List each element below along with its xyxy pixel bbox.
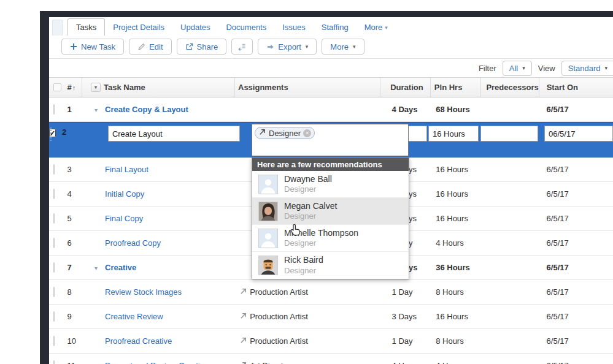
tab-documents[interactable]: Documents — [218, 19, 274, 36]
recommendation-michelle-thompson[interactable]: Michelle ThompsonDesigner — [252, 225, 409, 252]
assignment-role[interactable]: Production Artist — [239, 287, 382, 297]
assign-button[interactable] — [231, 39, 253, 55]
pln-hrs-value: 36 Hours — [436, 263, 470, 272]
start-on-value: 6/5/17 — [547, 238, 569, 248]
tab-staffing[interactable]: Staffing — [314, 19, 357, 36]
start-on-cell: 6/5/17 — [539, 189, 613, 199]
header-number[interactable]: # ↑ — [63, 78, 82, 97]
task-name-cell: Present and Review Creative — [82, 361, 236, 364]
filter-bar: Filter All ▾ View Standard ▾ — [49, 59, 613, 77]
tab-stub — [52, 20, 63, 36]
more-button[interactable]: More▾ — [322, 39, 364, 55]
task-name-link[interactable]: Present and Review Creative — [105, 361, 208, 364]
collapse-caret-icon[interactable]: ▾ — [94, 264, 98, 271]
remove-assignment-icon[interactable]: × — [303, 129, 311, 137]
export-button[interactable]: Export▾ — [258, 39, 317, 55]
row-checkbox-cell — [49, 263, 63, 272]
duration-cell: 4 Days — [382, 105, 433, 114]
task-name-link[interactable]: Proofread Copy — [105, 238, 161, 248]
row-checkbox[interactable] — [53, 360, 55, 364]
filter-label: Filter — [479, 64, 496, 73]
edit-button[interactable]: Edit — [129, 39, 171, 55]
row-checkbox[interactable] — [53, 262, 55, 273]
view-label: View — [538, 64, 555, 73]
row-checkbox[interactable] — [53, 189, 55, 199]
app-window: TasksProject DetailsUpdatesDocumentsIssu… — [49, 17, 613, 364]
assignment-role[interactable]: Production Artist — [239, 312, 382, 322]
task-name-link[interactable]: Final Layout — [105, 165, 148, 174]
tab-label: Tasks — [76, 23, 96, 32]
recommendation-rick-baird[interactable]: Rick BairdDesigner — [252, 252, 409, 279]
row-checkbox-cell — [49, 165, 63, 174]
header-pln-hrs[interactable]: Pln Hrs — [431, 78, 482, 97]
new-task-button[interactable]: New Task — [61, 39, 124, 55]
button-label: Share — [197, 42, 218, 51]
task-name-link[interactable]: Create Copy & Layout — [105, 105, 188, 114]
tab-more[interactable]: More▾ — [357, 19, 396, 36]
recommendation-name: Dwayne Ball — [284, 174, 332, 185]
assignment-role-label: Production Artist — [250, 312, 308, 321]
tab-updates[interactable]: Updates — [172, 19, 218, 36]
row-checkbox[interactable] — [53, 336, 55, 346]
recommendation-megan-calvet[interactable]: Megan CalvetDesigner — [252, 198, 409, 225]
start-on-input[interactable] — [544, 126, 613, 142]
row-checkbox[interactable] — [53, 104, 55, 115]
button-label: New Task — [81, 42, 115, 51]
button-label: More — [330, 42, 349, 51]
task-name-link[interactable]: Proofread Creative — [105, 336, 172, 346]
sort-ascending-icon: ↑ — [72, 84, 76, 91]
assignment-pill[interactable]: Designer× — [255, 127, 315, 139]
row-checkbox[interactable] — [53, 213, 55, 224]
row-number-cell: 6 — [63, 238, 82, 248]
task-name-link[interactable]: Creative Review — [105, 312, 163, 321]
role-arrow-icon — [258, 128, 266, 138]
task-name-cell: Initial Copy — [82, 189, 236, 199]
task-name-link[interactable]: Initial Copy — [105, 189, 144, 199]
recommendation-role: Designer — [284, 266, 323, 276]
tab-tasks[interactable]: Tasks — [67, 18, 105, 36]
task-name-link[interactable]: Review Stock Images — [105, 287, 182, 297]
row-number-cell: 3 — [63, 165, 82, 174]
row-checkbox[interactable] — [53, 311, 55, 322]
row-checkbox[interactable] — [53, 287, 55, 297]
row-number: 4 — [67, 189, 71, 199]
task-name-cell: Final Copy — [82, 214, 236, 223]
view-select[interactable]: Standard ▾ — [561, 61, 613, 76]
duration-value: 4 Days — [392, 105, 418, 114]
header-duration[interactable]: Duration — [380, 78, 431, 97]
share-button[interactable]: Share — [177, 39, 227, 55]
pln-hrs-cell: 4 Hours — [432, 238, 483, 248]
row-checkbox[interactable] — [53, 164, 55, 175]
assignment-role[interactable]: Production Artist — [239, 336, 382, 346]
filter-select[interactable]: All ▾ — [503, 61, 532, 76]
assignment-role[interactable]: Art Director — [239, 361, 382, 364]
recommendation-text: Dwayne BallDesigner — [284, 174, 332, 195]
row-checkbox[interactable] — [53, 238, 55, 248]
header-predecessors[interactable]: Predecessors — [481, 78, 539, 97]
task-name-cell: ▾Creative — [82, 263, 236, 272]
pln-hrs-input[interactable] — [428, 126, 479, 142]
assignment-editor[interactable]: Designer× — [252, 124, 409, 156]
task-name-menu-button[interactable]: ▾ — [91, 83, 101, 92]
recommendation-dwayne-ball[interactable]: Dwayne BallDesigner — [252, 171, 409, 198]
row-number: 8 — [67, 287, 71, 297]
tab-issues[interactable]: Issues — [274, 19, 314, 36]
row-checkbox-cell — [49, 336, 63, 346]
assignment-role-label: Production Artist — [250, 287, 308, 297]
row-number: 9 — [67, 312, 71, 321]
pln-hrs-cell: 16 Hours — [432, 214, 483, 223]
drag-handle[interactable] — [50, 127, 52, 141]
header-assignments[interactable]: Assignments — [235, 78, 380, 97]
header-task-name[interactable]: ▾ Task Name — [82, 78, 235, 97]
collapse-caret-icon[interactable]: ▾ — [94, 106, 98, 113]
task-name-link[interactable]: Creative — [105, 263, 136, 272]
task-name-link[interactable]: Final Copy — [105, 214, 143, 223]
predecessors-input[interactable] — [480, 126, 538, 142]
avatar — [258, 256, 278, 275]
plus-icon — [70, 43, 77, 50]
tab-project-details[interactable]: Project Details — [105, 19, 172, 36]
select-all-checkbox[interactable] — [53, 83, 61, 91]
header-start-on[interactable]: Start On — [539, 78, 613, 97]
predecessors-cell — [479, 123, 538, 142]
task-name-input[interactable] — [108, 126, 240, 142]
